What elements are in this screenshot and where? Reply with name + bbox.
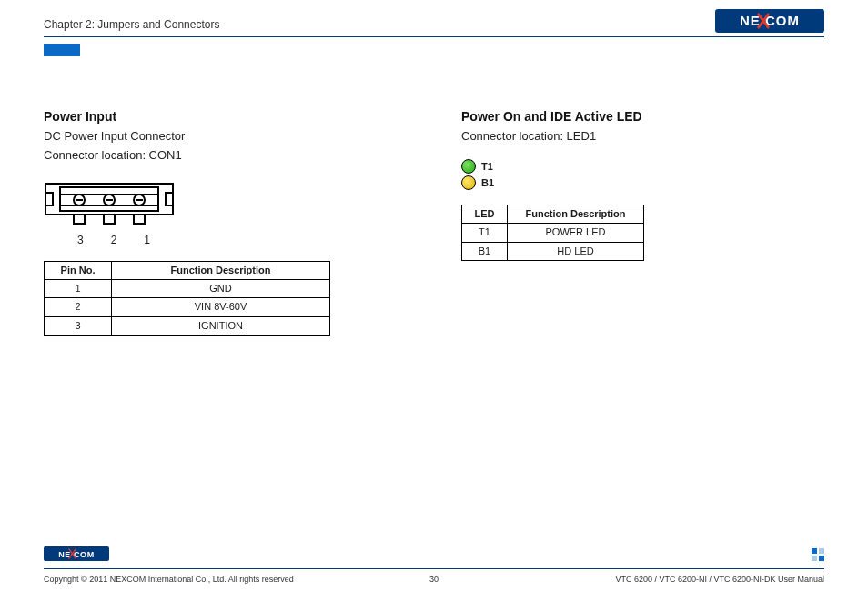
svg-rect-21 — [819, 548, 824, 554]
table-row: 3 IGNITION — [45, 316, 330, 335]
table-row: B1 HD LED — [462, 242, 644, 260]
table-row: 1 GND — [45, 279, 330, 297]
pin-label-1: 1 — [130, 234, 164, 246]
svg-rect-14 — [45, 193, 53, 205]
led-th-led: LED — [462, 205, 508, 223]
footer-doc-id: VTC 6200 / VTC 6200-NI / VTC 6200-NI-DK … — [615, 575, 824, 584]
footer-brand-logo: NE COM — [44, 546, 109, 564]
footer-decoration-icon — [812, 548, 824, 564]
svg-rect-23 — [819, 556, 824, 561]
svg-text:NE COM: NE COM — [58, 550, 95, 559]
led-table: LED Function Description T1 POWER LED B1… — [461, 205, 644, 261]
led-sub1: Connector location: LED1 — [461, 127, 824, 146]
footer-rule — [44, 568, 824, 569]
led-b1-icon — [461, 175, 476, 190]
led-th-desc: Function Description — [508, 205, 644, 223]
led1-diagram: T1 B1 — [461, 159, 824, 190]
con1-th-pin: Pin No. — [45, 261, 112, 279]
section-led: Power On and IDE Active LED Connector lo… — [434, 109, 824, 336]
power-input-title: Power Input — [44, 109, 407, 124]
con1-pin-table: Pin No. Function Description 1 GND 2 VIN… — [44, 261, 330, 336]
led-t1-label: T1 — [481, 161, 493, 172]
svg-rect-15 — [166, 193, 173, 205]
pin-label-3: 3 — [64, 234, 97, 246]
led-title: Power On and IDE Active LED — [461, 109, 824, 124]
con1-th-desc: Function Description — [112, 261, 330, 279]
con1-pin-numbers: 3 2 1 — [64, 234, 164, 246]
con1-connector-diagram: 3 2 1 — [44, 178, 407, 246]
header-accent-block — [44, 44, 80, 56]
section-power-input: Power Input DC Power Input Connector Con… — [44, 109, 434, 336]
power-input-sub1: DC Power Input Connector — [44, 127, 407, 146]
power-input-sub2: Connector location: CON1 — [44, 146, 407, 165]
led-b1-label: B1 — [481, 177, 494, 188]
svg-rect-22 — [812, 556, 817, 561]
svg-text:NE  COM: NE COM — [740, 13, 800, 28]
table-row: T1 POWER LED — [462, 224, 644, 242]
svg-rect-20 — [812, 548, 817, 554]
table-row: 2 VIN 8V-60V — [45, 298, 330, 316]
led-t1-icon — [461, 159, 476, 174]
chapter-title: Chapter 2: Jumpers and Connectors — [44, 18, 219, 31]
pin-label-2: 2 — [97, 234, 131, 246]
header-rule — [44, 36, 824, 37]
brand-logo: NE COM — [715, 9, 824, 35]
